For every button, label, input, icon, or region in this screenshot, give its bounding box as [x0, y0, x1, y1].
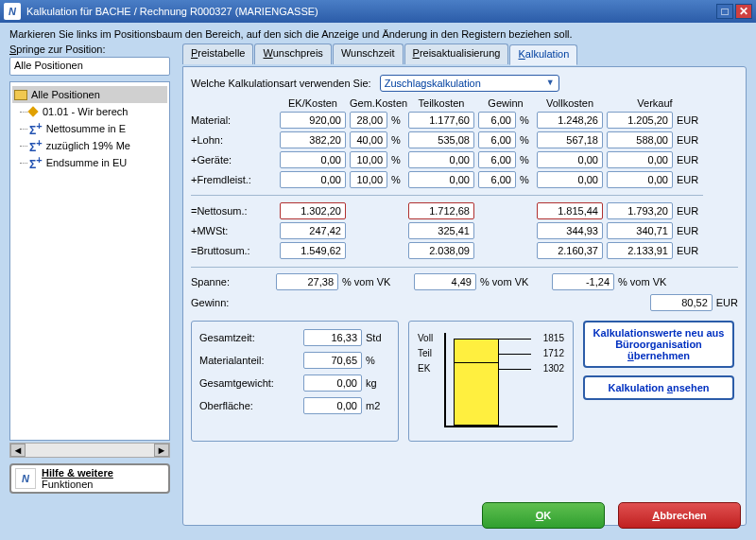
calc-type-dropdown[interactable]: Zuschlagskalkulation [380, 75, 559, 92]
tab-wunschzeit[interactable]: Wunschzeit [333, 44, 404, 64]
folder-icon [14, 90, 27, 100]
tabstrip: Preistabelle Wunschpreis Wunschzeit Prei… [182, 44, 747, 64]
jump-label: Springe zur Position: [9, 44, 175, 55]
titlebar: N Kalkulation für BACHE / Rechnung R0003… [0, 0, 756, 23]
position-select[interactable]: Alle Positionen [9, 57, 170, 76]
position-tree[interactable]: Alle Positionen 01.01 - Wir berech Σ+Net… [9, 81, 170, 441]
tab-wunschpreis[interactable]: Wunschpreis [254, 44, 331, 64]
tree-root[interactable]: Alle Positionen [12, 86, 167, 103]
sigma-icon: Σ+ [29, 154, 43, 171]
tab-preistabelle[interactable]: Preistabelle [182, 44, 253, 64]
help-logo-icon: N [15, 468, 36, 489]
tab-preisaktualisierung[interactable]: Preisaktualisierung [404, 44, 509, 64]
close-button[interactable]: ✕ [735, 4, 752, 19]
chart-box: Voll Teil EK 1815 1712 1302 [408, 321, 574, 442]
help-button[interactable]: N Hilfe & weitereFunktionen [9, 463, 170, 494]
tree-item[interactable]: Σ+Nettosumme in E [12, 120, 167, 137]
calc-type-row: Welche Kalkulationsart verwenden Sie: Zu… [191, 75, 738, 92]
kalkulation-panel: Welche Kalkulationsart verwenden Sie: Zu… [182, 66, 747, 526]
diamond-icon [27, 106, 38, 116]
recalc-button[interactable]: Kalkulationswerte neu aus Büroorganisati… [583, 321, 734, 368]
netto-verk[interactable]: 1.793,20 [607, 202, 673, 219]
summary-box: Gesamtzeit:16,33Std Materialanteil:70,65… [191, 321, 399, 442]
cancel-button[interactable]: Abbrechen [618, 502, 741, 529]
col-verkauf: Verkauf [607, 97, 703, 109]
sigma-icon: Σ+ [29, 120, 43, 137]
view-calc-button[interactable]: Kalkulation ansehen [583, 375, 734, 400]
tab-kalkulation[interactable]: Kalkulation [509, 44, 577, 65]
spanne-row: Spanne: 27,38% vom VK 4,49% vom VK -1,24… [191, 273, 738, 290]
material-ek[interactable]: 920,00 [280, 112, 346, 129]
material-gk[interactable]: 28,00 [350, 112, 387, 129]
calc-type-label: Welche Kalkulationsart verwenden Sie: [191, 78, 371, 89]
col-ek: EK/Kosten [280, 97, 346, 109]
tree-item[interactable]: 01.01 - Wir berech [12, 103, 167, 120]
netto-voll[interactable]: 1.815,44 [537, 202, 603, 219]
material-voll[interactable]: 1.248,26 [537, 112, 603, 129]
sigma-icon: Σ+ [29, 137, 43, 154]
col-gewinn: Gewinn [478, 97, 533, 109]
window-title: Kalkulation für BACHE / Rechnung R000327… [26, 6, 714, 17]
netto-teil[interactable]: 1.712,68 [408, 202, 474, 219]
instruction-text: Markieren Sie links im Positionsbaum den… [9, 28, 747, 40]
tree-item[interactable]: Σ+zuzüglich 19% Me [12, 137, 167, 154]
col-voll: Vollkosten [537, 97, 603, 109]
cost-chart: Voll Teil EK 1815 1712 1302 [418, 329, 564, 433]
scroll-right-icon[interactable]: ► [154, 444, 169, 457]
app-logo-icon: N [4, 3, 21, 20]
chart-bar [454, 339, 499, 426]
ok-button[interactable]: OK [482, 502, 605, 529]
tree-item[interactable]: Σ+Endsumme in EU [12, 154, 167, 171]
calc-grid: EK/Kosten Gem.Kosten Teilkosten Gewinn V… [191, 97, 738, 259]
tree-hscrollbar[interactable]: ◄► [9, 443, 170, 458]
col-gk: Gem.Kosten [350, 97, 404, 109]
maximize-button[interactable]: □ [716, 4, 733, 19]
material-gew[interactable]: 6,00 [478, 112, 516, 129]
netto-ek[interactable]: 1.302,20 [280, 202, 346, 219]
scroll-left-icon[interactable]: ◄ [10, 444, 26, 457]
material-teil[interactable]: 1.177,60 [408, 112, 474, 129]
gewinn-row: Gewinn: 80,52 EUR [191, 294, 738, 311]
col-teil: Teilkosten [408, 97, 474, 109]
material-verk[interactable]: 1.205,20 [607, 112, 673, 129]
